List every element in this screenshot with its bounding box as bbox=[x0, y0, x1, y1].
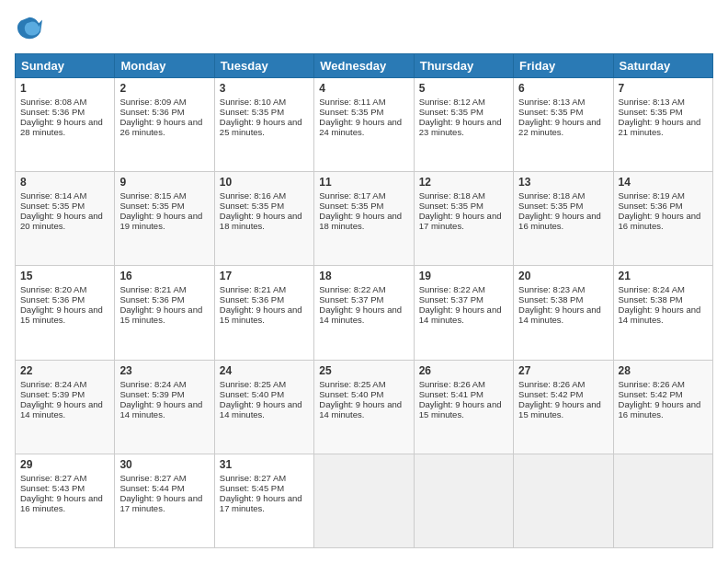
day-cell: 13 Sunrise: 8:18 AM Sunset: 5:35 PM Dayl… bbox=[514, 172, 613, 266]
day-cell: 9 Sunrise: 8:15 AM Sunset: 5:35 PM Dayli… bbox=[115, 172, 214, 266]
weekday-header-row: SundayMondayTuesdayWednesdayThursdayFrid… bbox=[16, 54, 713, 78]
day-number: 23 bbox=[119, 364, 209, 377]
sunset-label: Sunset: 5:41 PM bbox=[419, 389, 483, 399]
daylight-label: Daylight: 9 hours and 14 minutes. bbox=[319, 399, 402, 419]
daylight-label: Daylight: 9 hours and 23 minutes. bbox=[419, 117, 502, 137]
day-number: 9 bbox=[119, 176, 209, 189]
week-row-1: 1 Sunrise: 8:08 AM Sunset: 5:36 PM Dayli… bbox=[16, 78, 713, 172]
weekday-header-thursday: Thursday bbox=[414, 54, 513, 78]
daylight-label: Daylight: 9 hours and 15 minutes. bbox=[119, 304, 202, 325]
daylight-label: Daylight: 9 hours and 26 minutes. bbox=[119, 117, 202, 137]
day-cell: 8 Sunrise: 8:14 AM Sunset: 5:35 PM Dayli… bbox=[16, 172, 115, 266]
sunset-label: Sunset: 5:38 PM bbox=[619, 294, 683, 304]
sunrise-label: Sunrise: 8:27 AM bbox=[220, 473, 286, 483]
daylight-label: Daylight: 9 hours and 14 minutes. bbox=[119, 399, 202, 419]
daylight-label: Daylight: 9 hours and 17 minutes. bbox=[119, 493, 202, 513]
daylight-label: Daylight: 9 hours and 14 minutes. bbox=[619, 304, 701, 325]
day-cell: 19 Sunrise: 8:22 AM Sunset: 5:37 PM Dayl… bbox=[414, 266, 513, 360]
day-number: 15 bbox=[20, 270, 109, 282]
day-number: 6 bbox=[518, 82, 608, 95]
daylight-label: Daylight: 9 hours and 16 minutes. bbox=[619, 211, 701, 231]
sunset-label: Sunset: 5:42 PM bbox=[518, 389, 583, 399]
weekday-header-tuesday: Tuesday bbox=[214, 54, 313, 78]
daylight-label: Daylight: 9 hours and 28 minutes. bbox=[20, 117, 103, 137]
day-cell: 22 Sunrise: 8:24 AM Sunset: 5:39 PM Dayl… bbox=[16, 360, 115, 454]
sunrise-label: Sunrise: 8:13 AM bbox=[518, 97, 585, 107]
sunrise-label: Sunrise: 8:18 AM bbox=[518, 190, 585, 201]
day-number: 17 bbox=[220, 270, 309, 282]
day-cell: 2 Sunrise: 8:09 AM Sunset: 5:36 PM Dayli… bbox=[115, 78, 214, 172]
day-number: 24 bbox=[220, 364, 309, 377]
sunrise-label: Sunrise: 8:17 AM bbox=[319, 190, 385, 201]
day-cell: 4 Sunrise: 8:11 AM Sunset: 5:35 PM Dayli… bbox=[314, 78, 414, 172]
day-number: 29 bbox=[20, 458, 109, 471]
day-number: 4 bbox=[319, 82, 408, 95]
sunrise-label: Sunrise: 8:26 AM bbox=[518, 379, 585, 389]
day-number: 3 bbox=[220, 82, 309, 95]
sunrise-label: Sunrise: 8:21 AM bbox=[119, 284, 186, 294]
day-cell: 30 Sunrise: 8:27 AM Sunset: 5:44 PM Dayl… bbox=[115, 454, 214, 547]
sunset-label: Sunset: 5:40 PM bbox=[319, 389, 383, 399]
day-cell: 1 Sunrise: 8:08 AM Sunset: 5:36 PM Dayli… bbox=[16, 78, 115, 172]
weekday-header-sunday: Sunday bbox=[16, 54, 115, 78]
daylight-label: Daylight: 9 hours and 14 minutes. bbox=[220, 399, 302, 419]
sunset-label: Sunset: 5:35 PM bbox=[518, 201, 583, 211]
day-cell bbox=[514, 454, 613, 547]
daylight-label: Daylight: 9 hours and 16 minutes. bbox=[20, 493, 103, 513]
day-number: 27 bbox=[518, 364, 608, 377]
sunset-label: Sunset: 5:36 PM bbox=[119, 107, 184, 117]
sunrise-label: Sunrise: 8:22 AM bbox=[419, 284, 485, 294]
logo-icon bbox=[17, 15, 42, 40]
daylight-label: Daylight: 9 hours and 17 minutes. bbox=[220, 493, 302, 513]
sunset-label: Sunset: 5:35 PM bbox=[619, 107, 683, 117]
sunset-label: Sunset: 5:36 PM bbox=[220, 294, 284, 304]
day-cell: 20 Sunrise: 8:23 AM Sunset: 5:38 PM Dayl… bbox=[514, 266, 613, 360]
sunset-label: Sunset: 5:35 PM bbox=[119, 201, 184, 211]
sunset-label: Sunset: 5:36 PM bbox=[20, 107, 85, 117]
day-number: 18 bbox=[319, 270, 408, 282]
sunrise-label: Sunrise: 8:25 AM bbox=[220, 379, 286, 389]
day-cell: 15 Sunrise: 8:20 AM Sunset: 5:36 PM Dayl… bbox=[16, 266, 115, 360]
day-cell: 27 Sunrise: 8:26 AM Sunset: 5:42 PM Dayl… bbox=[514, 360, 613, 454]
day-cell: 10 Sunrise: 8:16 AM Sunset: 5:35 PM Dayl… bbox=[214, 172, 313, 266]
weekday-header-saturday: Saturday bbox=[613, 54, 712, 78]
sunset-label: Sunset: 5:35 PM bbox=[419, 201, 483, 211]
sunset-label: Sunset: 5:35 PM bbox=[319, 107, 383, 117]
day-number: 11 bbox=[319, 176, 408, 189]
day-number: 8 bbox=[20, 176, 109, 189]
day-cell: 26 Sunrise: 8:26 AM Sunset: 5:41 PM Dayl… bbox=[414, 360, 513, 454]
sunrise-label: Sunrise: 8:24 AM bbox=[619, 284, 685, 294]
sunset-label: Sunset: 5:37 PM bbox=[319, 294, 383, 304]
daylight-label: Daylight: 9 hours and 14 minutes. bbox=[20, 399, 103, 419]
sunset-label: Sunset: 5:40 PM bbox=[220, 389, 284, 399]
sunrise-label: Sunrise: 8:16 AM bbox=[220, 190, 286, 201]
sunrise-label: Sunrise: 8:21 AM bbox=[220, 284, 286, 294]
day-number: 19 bbox=[419, 270, 508, 282]
day-number: 30 bbox=[119, 458, 209, 471]
daylight-label: Daylight: 9 hours and 24 minutes. bbox=[319, 117, 402, 137]
sunset-label: Sunset: 5:45 PM bbox=[220, 483, 284, 493]
day-cell: 6 Sunrise: 8:13 AM Sunset: 5:35 PM Dayli… bbox=[514, 78, 613, 172]
day-cell: 31 Sunrise: 8:27 AM Sunset: 5:45 PM Dayl… bbox=[214, 454, 313, 547]
sunrise-label: Sunrise: 8:09 AM bbox=[119, 97, 186, 107]
day-cell bbox=[314, 454, 414, 547]
daylight-label: Daylight: 9 hours and 16 minutes. bbox=[518, 211, 601, 231]
sunset-label: Sunset: 5:35 PM bbox=[220, 201, 284, 211]
week-row-5: 29 Sunrise: 8:27 AM Sunset: 5:43 PM Dayl… bbox=[16, 454, 713, 547]
sunrise-label: Sunrise: 8:20 AM bbox=[20, 284, 86, 294]
day-number: 5 bbox=[419, 82, 508, 95]
day-number: 28 bbox=[619, 364, 708, 377]
sunrise-label: Sunrise: 8:25 AM bbox=[319, 379, 385, 389]
day-number: 26 bbox=[419, 364, 508, 377]
daylight-label: Daylight: 9 hours and 15 minutes. bbox=[220, 304, 302, 325]
day-cell: 16 Sunrise: 8:21 AM Sunset: 5:36 PM Dayl… bbox=[115, 266, 214, 360]
day-cell: 23 Sunrise: 8:24 AM Sunset: 5:39 PM Dayl… bbox=[115, 360, 214, 454]
day-cell: 29 Sunrise: 8:27 AM Sunset: 5:43 PM Dayl… bbox=[16, 454, 115, 547]
sunrise-label: Sunrise: 8:14 AM bbox=[20, 190, 86, 201]
day-cell: 7 Sunrise: 8:13 AM Sunset: 5:35 PM Dayli… bbox=[613, 78, 712, 172]
sunset-label: Sunset: 5:35 PM bbox=[220, 107, 284, 117]
daylight-label: Daylight: 9 hours and 20 minutes. bbox=[20, 211, 103, 231]
sunset-label: Sunset: 5:39 PM bbox=[20, 389, 85, 399]
daylight-label: Daylight: 9 hours and 14 minutes. bbox=[319, 304, 402, 325]
week-row-2: 8 Sunrise: 8:14 AM Sunset: 5:35 PM Dayli… bbox=[16, 172, 713, 266]
